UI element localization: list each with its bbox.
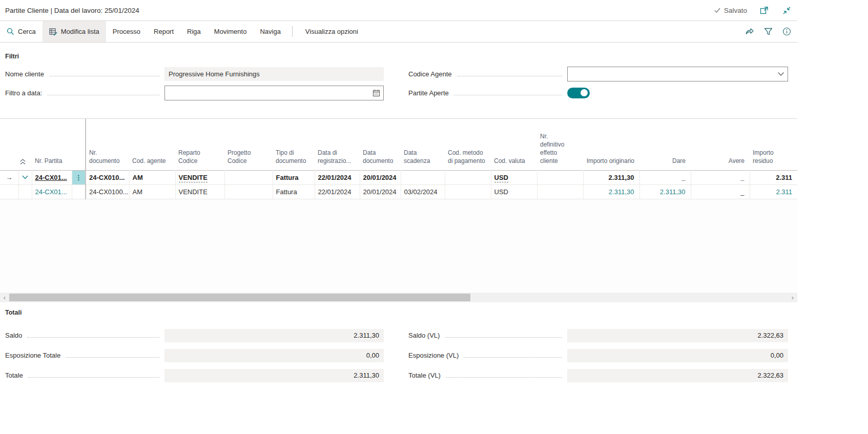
menu-processo[interactable]: Processo xyxy=(106,21,147,42)
totale-vl-label-row: Totale (VL) xyxy=(403,368,567,383)
partite-aperte-toggle[interactable] xyxy=(567,88,590,98)
cell-cod-agente[interactable]: AM xyxy=(129,184,175,199)
cell-importo-originario[interactable]: 2.311,30 xyxy=(583,170,639,184)
codice-agente-input[interactable] xyxy=(571,67,777,81)
row-chevron-down-icon[interactable] xyxy=(18,170,32,184)
codice-agente-label-row: Codice Agente xyxy=(403,66,567,81)
cell-importo-originario[interactable]: 2.311,30 xyxy=(583,184,639,199)
horizontal-scrollbar[interactable]: ‹ › xyxy=(0,293,797,302)
cell-nr-partita[interactable]: 24-CX01... xyxy=(32,184,72,199)
cell-data-documento[interactable]: 20/01/2024 xyxy=(360,184,401,199)
dotted-leader xyxy=(28,377,159,378)
menu-report[interactable]: Report xyxy=(147,21,180,42)
column-header-nr-documento[interactable]: Nr. documento xyxy=(86,119,129,170)
cell-nr-definitivo[interactable] xyxy=(537,170,583,184)
cell-cod-valuta[interactable]: USD xyxy=(491,184,537,199)
collapse-icon[interactable] xyxy=(781,5,792,16)
sort-ascending-icon[interactable] xyxy=(18,119,32,170)
cell-reparto-codice[interactable]: VENDITE xyxy=(175,170,224,184)
cell-nr-partita[interactable]: 24-CX01... xyxy=(32,170,72,184)
column-header-cod-valuta[interactable]: Cod. valuta xyxy=(491,119,537,170)
nome-cliente-label-row: Nome cliente xyxy=(0,66,164,81)
cell-data-scadenza[interactable] xyxy=(401,170,445,184)
calendar-icon[interactable] xyxy=(373,89,380,97)
codice-agente-combobox[interactable] xyxy=(567,67,788,81)
filtro-a-data-field[interactable] xyxy=(164,86,384,100)
page-title: Partite Cliente | Data del lavoro: 25/01… xyxy=(5,7,139,14)
nome-cliente-label: Nome cliente xyxy=(5,70,44,78)
table-row[interactable]: 24-CX01... 24-CX0100... AM VENDITE Fattu… xyxy=(0,184,797,199)
dotted-leader xyxy=(454,95,562,95)
cell-data-scadenza[interactable]: 03/02/2024 xyxy=(401,184,445,199)
column-header-importo-originario[interactable]: Importo originario xyxy=(583,119,639,170)
cell-nr-definitivo[interactable] xyxy=(537,184,583,199)
cell-reparto-codice[interactable]: VENDITE xyxy=(175,184,224,199)
cell-actions[interactable] xyxy=(72,184,86,199)
dotted-leader xyxy=(445,337,562,338)
cell-avere[interactable]: _ xyxy=(691,184,750,199)
scrollbar-track[interactable] xyxy=(9,293,788,302)
cell-cod-metodo-pagamento[interactable] xyxy=(445,184,491,199)
cell-data-registrazione[interactable]: 22/01/2024 xyxy=(315,184,360,199)
menu-naviga[interactable]: Naviga xyxy=(253,21,287,42)
column-header-nr-partita[interactable]: Nr. Partita xyxy=(32,119,72,170)
saldo-label-row: Saldo xyxy=(0,328,164,343)
cell-dare[interactable]: 2.311,30 xyxy=(639,184,691,199)
open-in-new-window-icon[interactable] xyxy=(758,5,770,16)
cell-avere[interactable]: _ xyxy=(691,170,750,184)
menu-riga-label: Riga xyxy=(187,28,201,35)
column-header-importo-residuo[interactable]: Importo residuo xyxy=(750,119,797,170)
column-header-cod-metodo-pagamento[interactable]: Cod. metodo di pagamento xyxy=(445,119,491,170)
totale-label-row: Totale xyxy=(0,368,164,383)
cell-importo-residuo[interactable]: 2.311 xyxy=(750,170,797,184)
cell-nr-documento[interactable]: 24-CX010... xyxy=(86,170,129,184)
cell-data-registrazione[interactable]: 22/01/2024 xyxy=(315,170,360,184)
table-row-selected[interactable]: → 24-CX01... ⋮ 24-CX010... AM VENDITE Fa… xyxy=(0,170,797,184)
cell-progetto-codice[interactable] xyxy=(224,184,273,199)
cell-tipo-documento[interactable]: Fattura xyxy=(273,184,315,199)
filtro-a-data-input[interactable] xyxy=(168,86,373,100)
column-header-data-documento[interactable]: Data documento xyxy=(360,119,401,170)
cell-cod-valuta[interactable]: USD xyxy=(491,170,537,184)
menu-movimento[interactable]: Movimento xyxy=(208,21,254,42)
column-header-progetto-codice[interactable]: Progetto Codice xyxy=(224,119,273,170)
column-header-reparto-codice[interactable]: Reparto Codice xyxy=(175,119,224,170)
table-header-row: Nr. Partita Nr. documento Cod. agente Re… xyxy=(0,119,797,170)
column-header-data-registrazione[interactable]: Data di registrazio... xyxy=(315,119,360,170)
row-more-options-icon[interactable]: ⋮ xyxy=(72,170,86,184)
cell-cod-agente[interactable]: AM xyxy=(129,170,175,184)
search-button[interactable]: Cerca xyxy=(0,21,43,42)
menu-riga[interactable]: Riga xyxy=(180,21,208,42)
scroll-left-arrow[interactable]: ‹ xyxy=(0,293,9,302)
scroll-right-arrow[interactable]: › xyxy=(788,293,797,302)
view-options-button[interactable]: Visualizza opzioni xyxy=(297,21,365,42)
view-options-label: Visualizza opzioni xyxy=(305,28,358,35)
column-header-dare[interactable]: Dare xyxy=(639,119,691,170)
dotted-leader xyxy=(47,95,159,95)
column-header-tipo-documento[interactable]: Tipo di documento xyxy=(273,119,315,170)
column-header-cod-agente[interactable]: Cod. agente xyxy=(129,119,175,170)
save-status: Salvato xyxy=(714,7,747,14)
column-header-nr-definitivo-effetto[interactable]: Nr. definitivo effetto cliente xyxy=(537,119,583,170)
ledger-entries-table: Nr. Partita Nr. documento Cod. agente Re… xyxy=(0,118,797,302)
nome-cliente-field[interactable]: Progressive Home Furnishings xyxy=(164,67,384,81)
saldo-label: Saldo xyxy=(5,332,22,339)
totals-section-title: Totali xyxy=(0,309,797,316)
cell-nr-documento[interactable]: 24-CX0100... xyxy=(86,184,129,199)
partite-aperte-label: Partite Aperte xyxy=(408,89,449,97)
esposizione-vl-value: 0,00 xyxy=(567,349,788,362)
info-icon[interactable] xyxy=(780,25,793,38)
edit-list-button[interactable]: Modifica lista xyxy=(43,21,106,42)
share-icon[interactable] xyxy=(743,25,756,38)
cell-tipo-documento[interactable]: Fattura xyxy=(273,170,315,184)
chevron-down-icon[interactable] xyxy=(777,72,784,76)
filter-icon[interactable] xyxy=(761,25,775,38)
cell-dare[interactable]: _ xyxy=(639,170,691,184)
scrollbar-thumb[interactable] xyxy=(9,294,470,301)
cell-importo-residuo[interactable]: 2.311 xyxy=(750,184,797,199)
cell-data-documento[interactable]: 20/01/2024 xyxy=(360,170,401,184)
column-header-data-scadenza[interactable]: Data scadenza xyxy=(401,119,445,170)
cell-cod-metodo-pagamento[interactable] xyxy=(445,170,491,184)
column-header-avere[interactable]: Avere xyxy=(691,119,750,170)
cell-progetto-codice[interactable] xyxy=(224,170,273,184)
